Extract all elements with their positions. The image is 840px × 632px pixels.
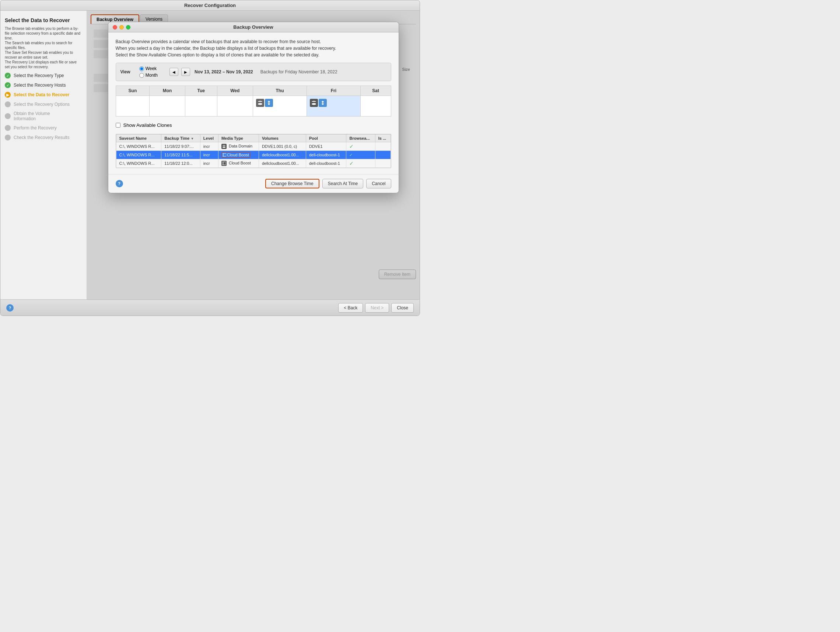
change-browse-time-button[interactable]: Change Browse Time xyxy=(265,179,319,188)
row2-level: incr xyxy=(200,151,218,159)
saveset-row-2[interactable]: C:\, WINDOWS R... 11/18/22 11:5... incr … xyxy=(116,151,390,159)
row1-volumes: DDVE1.001 (0.0, c) xyxy=(259,143,306,151)
fri-arrows-icon[interactable] xyxy=(319,99,327,107)
cal-cell-sun[interactable] xyxy=(116,96,150,117)
modal-help-button[interactable]: ? xyxy=(116,180,123,187)
fri-icons xyxy=(308,97,359,108)
sidebar-item-recovery-type[interactable]: ✓ Select the Recovery Type xyxy=(0,71,87,81)
cal-header-mon: Mon xyxy=(150,86,185,96)
col-header-backup-time[interactable]: Backup Time ▼ xyxy=(161,135,201,143)
row1-level: incr xyxy=(200,143,218,151)
cal-cell-wed[interactable] xyxy=(217,96,253,117)
step-icon-check-results xyxy=(5,135,11,141)
radio-week-label: Week xyxy=(145,66,156,71)
cal-cell-tue[interactable] xyxy=(185,96,217,117)
row3-check: ✓ xyxy=(349,160,354,166)
row2-is xyxy=(375,151,390,159)
cal-cell-sat[interactable] xyxy=(360,96,391,117)
svg-point-10 xyxy=(223,146,226,148)
cal-cell-mon[interactable] xyxy=(150,96,185,117)
col-header-volumes[interactable]: Volumes xyxy=(259,135,306,143)
minimize-traffic-light[interactable] xyxy=(119,25,124,30)
cal-header-tue: Tue xyxy=(185,86,217,96)
sidebar-label-check-results: Check the Recovery Results xyxy=(14,135,69,140)
show-clones-checkbox[interactable] xyxy=(116,123,120,128)
col-header-saveset[interactable]: Saveset Name xyxy=(116,135,161,143)
saveset-table: Saveset Name Backup Time ▼ Level Media T… xyxy=(116,134,391,168)
close-traffic-light[interactable] xyxy=(113,25,117,30)
main-content: Select the Data to Recover The Browse ta… xyxy=(0,11,420,299)
row3-is xyxy=(375,159,390,168)
modal-backdrop: Backup Overview Backup Overview provides… xyxy=(87,11,420,299)
saveset-table-header-row: Saveset Name Backup Time ▼ Level Media T… xyxy=(116,135,390,143)
saveset-table-container: Saveset Name Backup Time ▼ Level Media T… xyxy=(116,134,391,168)
saveset-row-3[interactable]: C:\, WINDOWS R... 11/18/22 12:0... incr … xyxy=(116,159,390,168)
row2-media-icon-border: Cloud Boost xyxy=(221,152,250,158)
sidebar-description: The Browse tab enables you to perform a … xyxy=(0,25,87,71)
nav-controls: ◀ ▶ Nov 13, 2022 – Nov 19, 2022 Backups … xyxy=(169,68,338,76)
cancel-button[interactable]: Cancel xyxy=(366,179,391,188)
row2-check: ✓ xyxy=(349,153,352,157)
title-bar: Recover Configuration xyxy=(0,0,420,11)
back-button[interactable]: < Back xyxy=(338,303,363,313)
thu-arrows-icon[interactable] xyxy=(265,99,273,107)
svg-rect-11 xyxy=(223,154,226,156)
modal-title-bar: Backup Overview xyxy=(108,22,399,32)
row3-saveset: C:\, WINDOWS R... xyxy=(116,159,161,168)
step-icon-recovery-options xyxy=(5,101,11,107)
cal-header-thu: Thu xyxy=(253,86,307,96)
step-icon-perform-recovery xyxy=(5,125,11,131)
row3-pool: dell-cloudboost-1 xyxy=(306,159,346,168)
sidebar-label-perform-recovery: Perform the Recovery xyxy=(14,125,57,130)
view-label: View xyxy=(120,69,130,74)
sidebar-item-check-results[interactable]: Check the Recovery Results xyxy=(0,133,87,143)
help-button[interactable]: ? xyxy=(6,304,14,312)
view-section: View Week Month xyxy=(116,63,391,81)
row1-check: ✓ xyxy=(349,143,354,149)
sidebar-item-data-recover[interactable]: ▶ Select the Data to Recover xyxy=(0,90,87,100)
sidebar-item-perform-recovery[interactable]: Perform the Recovery xyxy=(0,123,87,133)
step-icon-recovery-type: ✓ xyxy=(5,73,11,79)
saveset-row-1[interactable]: C:\, WINDOWS R... 11/18/22 9:07:... incr… xyxy=(116,143,390,151)
radio-month-label: Month xyxy=(145,73,158,78)
cal-cell-fri[interactable] xyxy=(306,96,360,117)
col-header-level[interactable]: Level xyxy=(200,135,218,143)
sidebar-item-recovery-hosts[interactable]: ✓ Select the Recovery Hosts xyxy=(0,81,87,90)
row2-backup-time: 11/18/22 11:5... xyxy=(161,151,201,159)
radio-group-view: Week Month xyxy=(139,66,158,78)
sidebar-item-recovery-options[interactable]: Select the Recovery Options xyxy=(0,100,87,109)
col-header-media-type[interactable]: Media Type xyxy=(218,135,259,143)
search-at-time-button[interactable]: Search At Time xyxy=(322,179,363,188)
sidebar-label-recovery-hosts: Select the Recovery Hosts xyxy=(14,82,66,88)
modal-description: Backup Overview provides a calendar view… xyxy=(116,38,391,58)
close-button[interactable]: Close xyxy=(391,303,414,313)
fri-db-icon[interactable] xyxy=(310,99,318,107)
cal-cell-thu[interactable] xyxy=(253,96,307,117)
step-icon-data-recover: ▶ xyxy=(5,92,11,98)
row1-pool: DDVE1 xyxy=(306,143,346,151)
row1-browseable: ✓ xyxy=(346,143,375,151)
col-header-is[interactable]: Is ... xyxy=(375,135,390,143)
sidebar-item-volume-info[interactable]: Obtain the VolumeInformation xyxy=(0,109,87,123)
row3-media-type: Cloud Boost xyxy=(218,159,259,168)
nav-next-button[interactable]: ▶ xyxy=(181,68,190,76)
col-header-browseable[interactable]: Browsea... xyxy=(346,135,375,143)
next-button[interactable]: Next > xyxy=(365,303,389,313)
radio-week[interactable]: Week xyxy=(139,66,158,71)
radio-week-input[interactable] xyxy=(139,67,144,71)
thu-db-icon[interactable] xyxy=(256,99,264,107)
row2-media-type: Cloud Boost xyxy=(218,151,259,159)
nav-prev-button[interactable]: ◀ xyxy=(169,68,178,76)
radio-month[interactable]: Month xyxy=(139,73,158,78)
backup-day: Backups for Friday November 18, 2022 xyxy=(261,69,338,74)
step-icon-volume-info xyxy=(5,113,11,119)
row3-level: incr xyxy=(200,159,218,168)
cal-header-wed: Wed xyxy=(217,86,253,96)
step-icon-recovery-hosts: ✓ xyxy=(5,82,11,88)
modal-title: Backup Overview xyxy=(113,24,394,30)
zoom-traffic-light[interactable] xyxy=(126,25,130,30)
svg-point-2 xyxy=(258,103,262,105)
row3-backup-time: 11/18/22 12:0... xyxy=(161,159,201,168)
col-header-pool[interactable]: Pool xyxy=(306,135,346,143)
radio-month-input[interactable] xyxy=(139,73,144,78)
